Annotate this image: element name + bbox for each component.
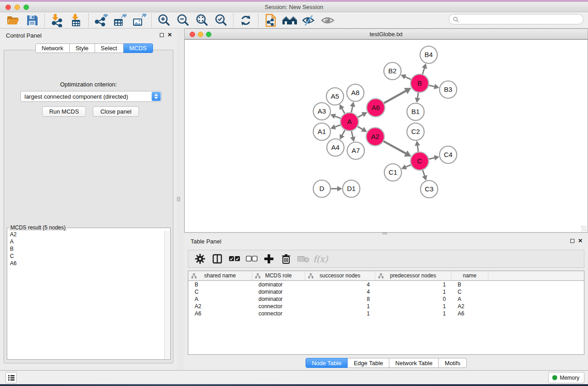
hide-details-button[interactable] bbox=[299, 13, 318, 28]
network-node-b4[interactable]: B4 bbox=[420, 46, 437, 63]
network-node-c1[interactable]: C1 bbox=[384, 164, 402, 181]
apply-function-button[interactable]: f(x) bbox=[313, 252, 328, 266]
criterion-dropdown[interactable]: largest connected component (directed) bbox=[20, 91, 162, 102]
tab-motifs[interactable]: Motifs bbox=[439, 358, 467, 368]
show-tasks-button[interactable] bbox=[5, 372, 17, 383]
resize-grip-icon[interactable] bbox=[581, 226, 587, 231]
add-row-button[interactable] bbox=[262, 252, 276, 266]
network-edge[interactable] bbox=[351, 131, 353, 138]
network-node-a[interactable]: A bbox=[340, 113, 359, 131]
network-node-a4[interactable]: A4 bbox=[327, 139, 344, 156]
zoom-out-button[interactable] bbox=[173, 13, 192, 28]
network-node-a6[interactable]: A6 bbox=[367, 99, 385, 117]
close-panel-icon[interactable] bbox=[167, 32, 172, 38]
export-table-button[interactable] bbox=[110, 13, 129, 28]
zoom-in-button[interactable] bbox=[154, 13, 173, 28]
network-edge[interactable] bbox=[383, 141, 406, 154]
delete-table-button[interactable] bbox=[296, 252, 311, 266]
show-details-button[interactable] bbox=[318, 13, 337, 28]
column-header-mcds-role[interactable]: MCDS role bbox=[252, 271, 305, 280]
network-edge[interactable] bbox=[405, 76, 411, 79]
table-row[interactable]: Bdominator41B bbox=[188, 281, 584, 288]
table-row[interactable]: A6connector11A6 bbox=[188, 310, 584, 317]
network-node-c4[interactable]: C4 bbox=[440, 146, 457, 163]
network-edge[interactable] bbox=[429, 85, 435, 86]
zoom-fit-button[interactable] bbox=[192, 13, 211, 28]
network-node-b3[interactable]: B3 bbox=[440, 81, 457, 98]
refresh-button[interactable] bbox=[236, 13, 255, 28]
table-row[interactable]: Adominator80A bbox=[188, 295, 584, 303]
search-field[interactable] bbox=[449, 14, 583, 24]
memory-button[interactable]: Memory bbox=[548, 372, 584, 383]
column-settings-button[interactable] bbox=[193, 252, 207, 266]
result-scrollbar[interactable] bbox=[164, 231, 170, 359]
network-edge[interactable] bbox=[357, 126, 363, 129]
network-edge[interactable] bbox=[429, 158, 435, 159]
table-row[interactable]: A2connector11A2 bbox=[188, 303, 584, 310]
run-mcds-button[interactable]: Run MCDS bbox=[42, 106, 86, 117]
deselect-all-button[interactable] bbox=[244, 252, 259, 266]
network-edge[interactable] bbox=[406, 165, 411, 167]
splitter-handle[interactable] bbox=[177, 197, 180, 201]
network-edge[interactable] bbox=[335, 125, 341, 127]
table-row[interactable]: Cdominator41C bbox=[188, 288, 584, 295]
column-header-name[interactable]: name bbox=[451, 271, 488, 280]
network-node-a5[interactable]: A5 bbox=[326, 88, 344, 105]
export-network-icon bbox=[93, 14, 109, 27]
network-node-d1[interactable]: D1 bbox=[343, 180, 360, 197]
network-node-c3[interactable]: C3 bbox=[421, 181, 438, 198]
network-node-c[interactable]: C bbox=[411, 152, 429, 170]
svg-text:A6: A6 bbox=[372, 104, 380, 111]
network-node-a1[interactable]: A1 bbox=[313, 123, 330, 140]
tab-network-table[interactable]: Network Table bbox=[389, 358, 439, 368]
export-image-button[interactable] bbox=[129, 13, 148, 28]
control-panel-header: Control Panel bbox=[0, 29, 177, 42]
delete-row-button[interactable] bbox=[279, 252, 293, 266]
show-columns-button[interactable] bbox=[210, 252, 225, 266]
network-edge[interactable] bbox=[351, 106, 353, 113]
network-node-a8[interactable]: A8 bbox=[347, 84, 364, 101]
network-node-a7[interactable]: A7 bbox=[347, 142, 364, 159]
network-edge[interactable] bbox=[342, 108, 345, 114]
network-edge[interactable] bbox=[417, 92, 418, 99]
network-edge[interactable] bbox=[358, 114, 363, 118]
close-panel-button[interactable]: Close panel bbox=[93, 106, 139, 117]
close-panel-icon[interactable] bbox=[578, 238, 583, 244]
network-node-d[interactable]: D bbox=[313, 180, 330, 197]
network-node-a2[interactable]: A2 bbox=[366, 128, 384, 146]
import-network-button[interactable] bbox=[48, 13, 67, 28]
float-panel-icon[interactable] bbox=[160, 33, 164, 37]
open-session-button[interactable] bbox=[4, 13, 23, 28]
network-edge[interactable] bbox=[383, 91, 406, 104]
tab-mcds[interactable]: MCDS bbox=[124, 43, 153, 53]
network-overview-button[interactable] bbox=[280, 13, 299, 28]
network-node-b[interactable]: B bbox=[411, 74, 429, 92]
column-header-predecessor-nodes[interactable]: predecessor nodes bbox=[375, 271, 451, 280]
tab-select[interactable]: Select bbox=[95, 43, 124, 53]
tab-node-table[interactable]: Node Table bbox=[306, 358, 348, 368]
network-edge[interactable] bbox=[422, 68, 425, 75]
network-document-button[interactable] bbox=[261, 13, 280, 28]
network-node-c2[interactable]: C2 bbox=[407, 123, 424, 140]
tab-edge-table[interactable]: Edge Table bbox=[348, 358, 389, 368]
save-session-button[interactable] bbox=[23, 13, 42, 28]
network-node-b2[interactable]: B2 bbox=[384, 62, 401, 80]
search-input[interactable] bbox=[461, 16, 583, 23]
tab-style[interactable]: Style bbox=[70, 43, 95, 53]
float-panel-icon[interactable] bbox=[570, 239, 574, 243]
select-all-button[interactable] bbox=[227, 252, 242, 266]
tab-network[interactable]: Network bbox=[35, 43, 70, 53]
export-network-button[interactable] bbox=[91, 13, 110, 28]
column-header-successor-nodes[interactable]: successor nodes bbox=[305, 271, 375, 280]
network-node-b1[interactable]: B1 bbox=[407, 103, 424, 120]
network-edge[interactable] bbox=[335, 116, 341, 119]
vertical-splitter[interactable] bbox=[177, 29, 184, 370]
network-edge[interactable] bbox=[417, 145, 418, 152]
zoom-selected-button[interactable] bbox=[211, 13, 230, 28]
column-header-shared-name[interactable]: shared name bbox=[188, 271, 252, 280]
network-edge[interactable] bbox=[342, 130, 345, 136]
network-canvas[interactable]: AA1A2A3A4A5A6A7A8BB1B2B3B4CC1C2C3C4DD1 bbox=[184, 39, 588, 233]
import-table-button[interactable] bbox=[67, 13, 86, 28]
network-edge[interactable] bbox=[422, 170, 425, 176]
network-node-a3[interactable]: A3 bbox=[313, 103, 330, 120]
